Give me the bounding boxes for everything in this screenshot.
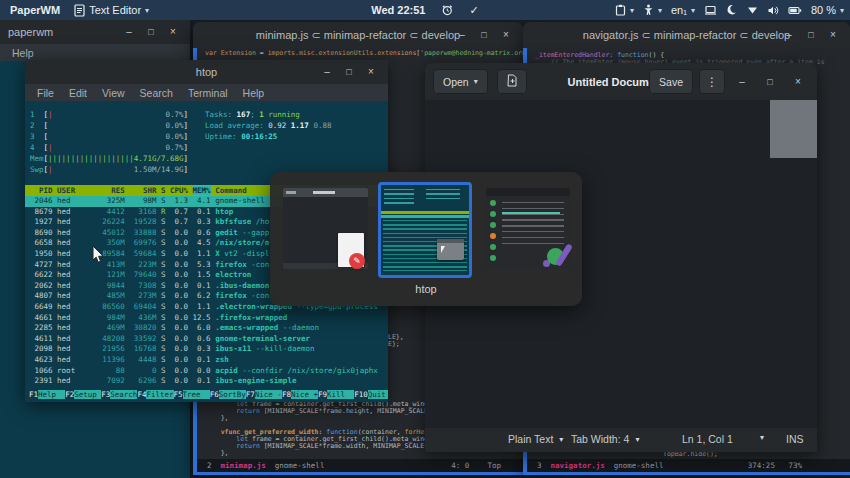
maximize-button[interactable]: □ <box>800 30 822 40</box>
paperwm-titlebar[interactable]: paperwm – □ × <box>0 20 190 44</box>
save-button-label: Save <box>659 76 683 88</box>
htop-titlebar[interactable]: htop – □ × <box>25 60 388 84</box>
chevron-down-icon: ▾ <box>630 6 634 15</box>
network-icon[interactable] <box>747 5 758 15</box>
menu-item-help[interactable]: Help <box>12 47 34 59</box>
close-button[interactable]: × <box>162 27 184 37</box>
minimap-modeline: 2 minimap.js gnome-shell 4: 0 Top <box>197 459 523 472</box>
open-button[interactable]: Open ▾ <box>433 69 488 94</box>
thumb-cpu-meters <box>384 189 414 205</box>
menu-kebab-button[interactable]: ⋮ <box>699 69 725 94</box>
switcher-thumbnail-gedit[interactable]: ✎ <box>283 188 368 269</box>
process-row: 4611 hed 48208 33592 S 0.0 0.6 gnome-ter… <box>25 334 388 345</box>
check-indicator-icon[interactable]: ✓ <box>470 4 479 17</box>
modeline-buffer: 2 minimap.js gnome-shell <box>207 461 324 470</box>
close-button[interactable]: × <box>822 30 844 40</box>
process-row: 4661 hed 984M 436M S 0.0 12.5 .firefox-w… <box>25 313 388 324</box>
menu-item-terminal[interactable]: Terminal <box>188 87 228 99</box>
menu-item-view[interactable]: View <box>102 87 125 99</box>
clipboard-indicator[interactable]: ▾ <box>615 4 634 16</box>
language-label: Plain Text <box>508 433 553 445</box>
activities-button[interactable]: PaperWM <box>10 4 60 16</box>
minimize-button[interactable]: – <box>118 27 140 37</box>
scrollbar-thumb[interactable] <box>770 100 817 158</box>
thumb-selected-row <box>381 215 469 218</box>
maximize-button[interactable]: □ <box>338 67 360 77</box>
text-editor-icon: ✎ <box>338 233 364 267</box>
avatar <box>490 255 496 261</box>
menu-item-search[interactable]: Search <box>140 87 173 99</box>
switcher-thumbnail-chat[interactable] <box>486 188 570 269</box>
close-button[interactable]: × <box>787 77 809 87</box>
htop-tasks-load-uptime: Tasks: 167; 1 runningLoad average: 0.92 … <box>205 109 331 142</box>
gedit-statusbar: Plain Text ▾ Tab Width: 4 ▾ Ln 1, Col 1 … <box>425 428 817 452</box>
alarm-icon[interactable] <box>442 4 454 16</box>
clipboard-icon <box>615 4 626 16</box>
open-button-label: Open <box>443 76 469 88</box>
navigator-code-bottom: TopBar.hide(); <box>663 451 718 458</box>
chevron-down-icon: ▾ <box>658 6 662 15</box>
maximize-button[interactable]: □ <box>140 27 162 37</box>
paperwm-menubar: Help <box>0 44 190 61</box>
battery-percentage-menu[interactable]: 80 % ▾ <box>811 4 844 16</box>
menu-item-file[interactable]: File <box>37 87 54 99</box>
switcher-thumbnail-htop-selected[interactable] <box>378 182 472 278</box>
maximize-button[interactable]: □ <box>759 77 781 87</box>
volume-icon[interactable] <box>767 5 779 16</box>
minimap-titlebar[interactable]: minimap.js ⊂ minimap-refactor ⊂ develop … <box>193 22 523 48</box>
maximize-button[interactable]: □ <box>473 30 495 40</box>
avatar <box>490 244 496 250</box>
gnome-top-bar: PaperWM Text Editor ▾ Wed 22:51 ✓ ▾ <box>0 0 850 20</box>
new-document-button[interactable] <box>497 69 527 94</box>
navigator-modeline: 3 navigator.js gnome-shell 374:25 73% <box>527 459 850 472</box>
modeline-position: 374:25 73% <box>748 461 802 470</box>
tab-width-label: Tab Width: 4 <box>571 433 629 445</box>
minimap-code-top: var Extension = imports.misc.extensionUt… <box>205 50 534 57</box>
display-icon[interactable] <box>704 5 717 16</box>
minimize-button[interactable]: – <box>731 77 753 87</box>
close-button[interactable]: × <box>360 67 382 77</box>
thumb-table-header <box>381 211 469 214</box>
accessibility-menu[interactable]: ▾ <box>643 4 662 16</box>
window-switcher-popup: ✎ htop <box>270 172 582 306</box>
chevron-down-icon: ▾ <box>559 435 563 444</box>
thumb-dialog <box>437 239 464 260</box>
cursor-position[interactable]: Ln 1, Col 1 <box>682 433 733 445</box>
chevron-down-icon: ▾ <box>691 6 695 15</box>
process-row: 2391 hed 7092 6296 S 0.0 0.1 ibus-engine… <box>25 376 388 387</box>
tab-width-selector[interactable]: Tab Width: 4 ▾ <box>571 433 639 445</box>
night-light-moon-icon[interactable] <box>726 4 738 16</box>
battery-percentage-label: 80 % <box>811 4 836 16</box>
battery-icon[interactable] <box>788 6 802 15</box>
save-button[interactable]: Save <box>649 69 693 94</box>
navigator-titlebar[interactable]: navigator.js ⊂ minimap-refactor ⊂ develo… <box>523 22 850 48</box>
close-button[interactable]: × <box>495 30 517 40</box>
app-menu[interactable]: Text Editor ▾ <box>74 4 149 17</box>
statusbar-dropdown[interactable]: ▾ <box>760 433 764 442</box>
kebab-icon: ⋮ <box>706 75 718 89</box>
keyboard-layout-menu[interactable]: en₁ ▾ <box>671 4 695 16</box>
menu-item-help[interactable]: Help <box>243 87 265 99</box>
gedit-headerbar[interactable]: Open ▾ Untitled Document 1 Save ⋮ – □ × <box>425 63 817 100</box>
pencil-badge-icon: ✎ <box>349 253 365 269</box>
modeline-position: 4: 0 Top <box>451 461 501 470</box>
menu-item-edit[interactable]: Edit <box>69 87 87 99</box>
avatar <box>490 211 496 217</box>
avatar <box>490 233 496 239</box>
chevron-down-icon: ▾ <box>474 77 478 86</box>
avatar <box>490 222 496 228</box>
process-row: 2098 hed 21956 16768 S 0.0 0.3 ibus-x11 … <box>25 344 388 355</box>
thumb-message-lines <box>502 202 564 248</box>
minimize-button[interactable]: – <box>451 30 473 40</box>
thumb-titlebar <box>283 188 368 197</box>
minimize-button[interactable]: – <box>316 67 338 77</box>
chevron-down-icon: ▾ <box>760 433 764 442</box>
thumb-highlight-line <box>502 212 560 214</box>
chevron-down-icon: ▾ <box>840 6 844 15</box>
process-row: 2285 hed 469M 30820 S 0.0 6.0 .emacs-wra… <box>25 323 388 334</box>
minimize-button[interactable]: – <box>778 30 800 40</box>
navigator-title: navigator.js ⊂ minimap-refactor ⊂ develo… <box>583 29 790 42</box>
cursor-position-label: Ln 1, Col 1 <box>682 433 733 445</box>
language-selector[interactable]: Plain Text ▾ <box>508 433 563 445</box>
clock[interactable]: Wed 22:51 <box>371 4 425 16</box>
